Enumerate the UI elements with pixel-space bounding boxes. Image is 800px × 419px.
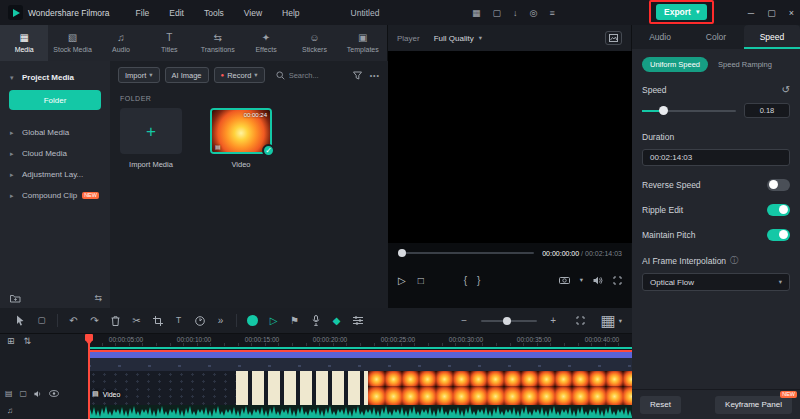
speed-tool-icon[interactable] [189, 316, 210, 326]
fit-timeline-icon[interactable] [570, 316, 591, 325]
menu-view[interactable]: View [234, 8, 272, 18]
tab-audio[interactable]: Audio [632, 25, 688, 49]
sidebar-item-global-media[interactable]: ▸ Global Media [0, 122, 110, 143]
track-lock-icon[interactable]: ▢ [20, 389, 28, 398]
crop-icon[interactable] [147, 316, 168, 326]
speaker-icon[interactable] [593, 276, 603, 285]
duration-field[interactable]: 00:02:14:03 [642, 149, 790, 166]
sidebar-item-adjustment-layer[interactable]: ▸ Adjustment Lay... [0, 164, 110, 185]
scrubber-handle[interactable] [398, 249, 406, 257]
panel-layout-icon[interactable]: ▦ [472, 8, 481, 18]
more-menu-icon[interactable]: ≡ [549, 8, 554, 18]
collapsed-track[interactable] [88, 347, 632, 349]
mark-out-icon[interactable]: } [477, 275, 480, 286]
menu-file[interactable]: File [126, 8, 160, 18]
download-icon[interactable]: ↓ [513, 8, 518, 18]
info-icon[interactable]: ⓘ [730, 255, 738, 266]
more-tools-icon[interactable]: » [210, 316, 231, 326]
fullscreen-icon[interactable] [613, 276, 622, 285]
split-icon[interactable]: ✂ [126, 316, 147, 326]
quality-dropdown[interactable]: Full Quality ▾ [434, 34, 482, 43]
track-mute-icon[interactable] [34, 390, 42, 398]
minimize-button[interactable]: ─ [748, 8, 754, 18]
record-button[interactable]: ● Record ▾ [214, 67, 265, 83]
sidebar-item-compound-clip[interactable]: ▸ Compound Clip NEW [0, 185, 110, 206]
import-button[interactable]: Import ▾ [118, 67, 160, 83]
pointer-tool-icon[interactable] [10, 315, 31, 326]
tab-audio[interactable]: ♫ Audio [97, 25, 145, 61]
stop-button[interactable]: □ [418, 275, 424, 286]
sidebar-item-cloud-media[interactable]: ▸ Cloud Media [0, 143, 110, 164]
overlay-clip[interactable] [88, 350, 632, 386]
menu-help[interactable]: Help [272, 8, 309, 18]
export-chevron-icon[interactable]: ▾ [696, 8, 700, 16]
close-button[interactable]: × [789, 8, 794, 18]
maintain-pitch-toggle[interactable] [767, 229, 790, 241]
delete-icon[interactable] [105, 316, 126, 326]
tab-color[interactable]: Color [688, 25, 744, 49]
resource-icon[interactable]: ◎ [530, 8, 538, 18]
snapshot-camera-icon[interactable] [559, 276, 570, 284]
export-button[interactable]: Export ▾ [656, 4, 707, 20]
screen-record-icon[interactable]: ▢ [493, 8, 502, 18]
play-button[interactable]: ▷ [398, 275, 406, 286]
range-select-icon[interactable]: ▢ [31, 316, 52, 325]
zoom-in-icon[interactable]: + [543, 316, 564, 326]
more-options-icon[interactable]: ••• [370, 72, 380, 79]
speed-ramping-subtab[interactable]: Speed Ramping [718, 60, 772, 69]
voiceover-icon[interactable] [305, 315, 326, 326]
text-tool-icon[interactable]: T [168, 316, 189, 325]
reverse-speed-toggle[interactable] [767, 179, 790, 191]
mixer-icon[interactable] [347, 316, 368, 325]
maximize-button[interactable]: ▢ [767, 8, 776, 18]
redo-icon[interactable]: ↷ [84, 316, 105, 326]
collapse-panel-icon[interactable]: ⇆ [94, 293, 102, 303]
track-manager-button[interactable]: ▦ ▾ [601, 311, 622, 330]
playhead-line[interactable] [88, 334, 90, 419]
marker-flag-icon[interactable]: ⚑ [284, 316, 305, 326]
video-clip[interactable]: ▤ Video [88, 386, 632, 405]
reset-button[interactable]: Reset [640, 396, 681, 414]
tab-titles[interactable]: T Titles [145, 25, 193, 61]
sidebar-item-project-media[interactable]: ▾ Project Media [0, 67, 110, 88]
audio-track-icon[interactable]: ♫ [7, 406, 13, 415]
tab-templates[interactable]: ▣ Templates [339, 25, 387, 61]
mark-in-icon[interactable]: { [464, 275, 467, 286]
new-folder-icon[interactable] [10, 294, 21, 303]
audio-clip[interactable] [88, 405, 632, 419]
video-preview[interactable] [388, 51, 632, 243]
undo-icon[interactable]: ↶ [63, 316, 84, 326]
add-track-icon[interactable]: ⊞ [7, 336, 15, 346]
tab-effects[interactable]: ✦ Effects [242, 25, 290, 61]
zoom-slider-handle[interactable] [503, 317, 511, 325]
playhead-handle[interactable] [85, 334, 93, 341]
tab-transitions[interactable]: ⇆ Transitions [194, 25, 242, 61]
marker-emoji-icon[interactable] [242, 315, 263, 326]
video-thumbnail[interactable]: 00:00:24 ▤ ✓ [210, 108, 272, 154]
ripple-edit-toggle[interactable] [767, 204, 790, 216]
search-input[interactable] [289, 71, 345, 80]
track-eye-icon[interactable] [49, 390, 59, 397]
uniform-speed-subtab[interactable]: Uniform Speed [642, 57, 708, 72]
speed-slider[interactable] [642, 110, 736, 112]
tab-speed[interactable]: Speed [744, 25, 800, 49]
import-media-dropzone[interactable]: + [120, 108, 182, 154]
zoom-slider[interactable] [481, 320, 537, 322]
chevron-down-icon[interactable]: ▾ [580, 276, 583, 284]
menu-edit[interactable]: Edit [159, 8, 194, 18]
interpolation-select[interactable]: Optical Flow ▾ [642, 273, 790, 291]
tab-stickers[interactable]: ☺ Stickers [290, 25, 338, 61]
filter-icon[interactable] [353, 71, 362, 80]
tab-media[interactable]: ▦ Media [0, 25, 48, 61]
preview-window-button[interactable] [605, 31, 622, 45]
adjust-tracks-icon[interactable]: ⇅ [24, 336, 32, 346]
timeline-ruler[interactable]: 00:00:05:00 00:00:10:00 00:00:15:00 00:0… [88, 334, 632, 346]
track-film-icon[interactable]: ▤ [5, 389, 13, 398]
keyframe-panel-button[interactable]: Keyframe Panel NEW [715, 396, 792, 414]
import-media-tile[interactable]: + Import Media [120, 108, 182, 169]
sidebar-item-folder[interactable]: Folder [9, 90, 101, 110]
player-scrubber[interactable] [398, 252, 534, 254]
video-clip-tile[interactable]: 00:00:24 ▤ ✓ Video [210, 108, 272, 169]
speed-value-field[interactable]: 0.18 [744, 103, 790, 118]
keyframe-icon[interactable]: ◆ [326, 316, 347, 326]
